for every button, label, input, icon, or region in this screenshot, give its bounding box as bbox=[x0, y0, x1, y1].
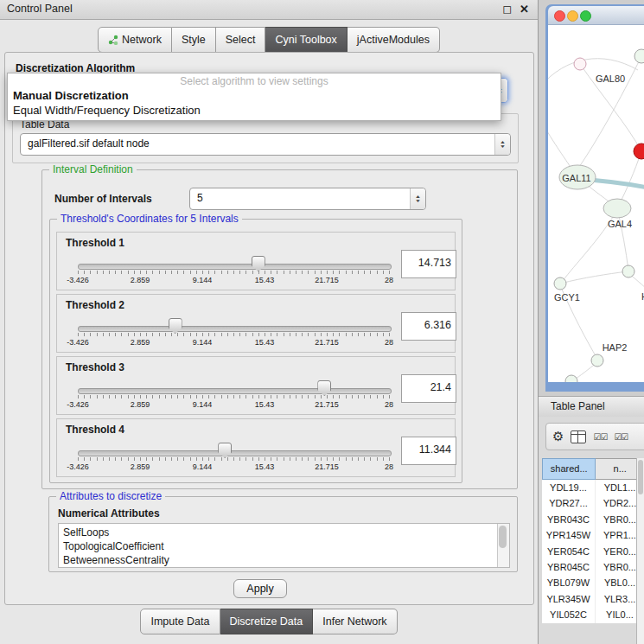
slider-track[interactable] bbox=[78, 326, 392, 332]
list-scrollbar-thumb[interactable] bbox=[499, 526, 507, 548]
network-node[interactable] bbox=[554, 277, 566, 290]
table-cell: YDL19... bbox=[542, 480, 596, 495]
threshold-value-field[interactable]: 6.316 bbox=[401, 312, 456, 341]
combo-stepper[interactable]: ▲ ▼ bbox=[494, 134, 510, 155]
tab-label: Cyni Toolbox bbox=[275, 34, 336, 46]
slider-track[interactable] bbox=[78, 264, 392, 270]
bottom-tab-discretize-data[interactable]: Discretize Data bbox=[220, 609, 314, 634]
slider-scale-label: -3.426 bbox=[67, 276, 89, 284]
number-of-intervals-value: 5 bbox=[197, 188, 203, 207]
network-edge[interactable] bbox=[548, 127, 572, 170]
slider-scale-label: -3.426 bbox=[67, 338, 89, 347]
list-scrollbar[interactable] bbox=[497, 524, 509, 567]
attribute-items: SelfLoopsTopologicalCoefficientBetweenne… bbox=[59, 524, 509, 567]
combo-stepper[interactable]: ▲ ▼ bbox=[410, 188, 425, 209]
table-data-value: galFiltered.sif default node bbox=[28, 134, 150, 153]
attribute-item[interactable]: TopologicalCoefficient bbox=[59, 539, 509, 553]
slider-scale-label: 21.715 bbox=[315, 400, 339, 409]
slider-track[interactable] bbox=[78, 388, 392, 394]
algorithm-option[interactable]: Manual Discretization bbox=[8, 88, 501, 103]
tab-style[interactable]: Style bbox=[172, 27, 216, 53]
table-row[interactable]: YBL079WYBL0... bbox=[542, 575, 644, 590]
network-view-window: GAL80GAL11GAL4GCY1HAP2H bbox=[545, 4, 644, 392]
algorithm-option[interactable]: Equal Width/Frequency Discretization bbox=[8, 103, 501, 118]
deselect-all-icon[interactable]: ☑☑ bbox=[614, 432, 628, 442]
table-row[interactable]: YBR043CYBR0... bbox=[542, 512, 644, 527]
attribute-item[interactable]: SelfLoops bbox=[59, 526, 509, 539]
table-cell: YPR145W bbox=[542, 527, 596, 543]
bottom-tab-infer-network[interactable]: Infer Network bbox=[313, 609, 397, 634]
attribute-item[interactable]: BetweennessCentrality bbox=[59, 553, 509, 567]
selected-network-node[interactable] bbox=[634, 143, 644, 159]
table-row[interactable]: YIL052CYIL0... bbox=[542, 607, 644, 622]
slider-scale-label: 15.43 bbox=[255, 400, 275, 409]
slider-scale-label: 28 bbox=[385, 276, 393, 284]
window-title: Control Panel bbox=[7, 3, 73, 15]
slider-scale-label: 2.859 bbox=[131, 338, 150, 347]
network-edge[interactable] bbox=[560, 271, 628, 284]
slider-track[interactable] bbox=[78, 450, 392, 456]
gear-icon[interactable]: ⚙ bbox=[552, 429, 564, 444]
tab-jactivemodules[interactable]: jActiveModules bbox=[348, 27, 440, 53]
tab-network[interactable]: Network bbox=[98, 27, 172, 53]
table-panel-body: ⚙ ☑☑ ☑☑ shared...n... YDL19...YDL1...YDR… bbox=[539, 417, 644, 644]
tab-label: Select bbox=[226, 34, 256, 46]
table-scrollbar-thumb[interactable] bbox=[638, 460, 643, 494]
zoom-traffic-light-icon[interactable] bbox=[580, 10, 591, 22]
threshold-row: Threshold 2-3.4262.8599.14415.4321.71528… bbox=[56, 294, 456, 353]
table-row[interactable]: YDL19...YDL1... bbox=[542, 480, 644, 495]
tab-select[interactable]: Select bbox=[216, 27, 266, 53]
table-header-row: shared...n... bbox=[542, 458, 644, 480]
table-row[interactable]: YLR345WYLR3... bbox=[542, 591, 644, 607]
column-header[interactable]: shared... bbox=[542, 458, 596, 480]
network-node[interactable] bbox=[565, 375, 577, 382]
network-canvas[interactable]: GAL80GAL11GAL4GCY1HAP2H bbox=[548, 25, 644, 382]
minimize-traffic-light-icon[interactable] bbox=[567, 10, 578, 22]
close-traffic-light-icon[interactable] bbox=[554, 10, 565, 22]
threshold-row: Threshold 3-3.4262.8599.14415.4321.71528… bbox=[56, 356, 456, 415]
table-row[interactable]: YBR045CYBR0... bbox=[542, 559, 644, 575]
control-panel-titlebar[interactable]: Control Panel ◻ ✕ bbox=[0, 0, 538, 20]
number-of-intervals-combobox[interactable]: 5 ▲ ▼ bbox=[189, 188, 426, 210]
network-node[interactable] bbox=[591, 354, 603, 367]
table-row[interactable]: YDR27...YDR2... bbox=[542, 495, 644, 511]
threshold-row: Threshold 1-3.4262.8599.14415.4321.71528… bbox=[56, 232, 456, 290]
table-row[interactable]: YER054CYER0... bbox=[542, 544, 644, 559]
apply-button[interactable]: Apply bbox=[233, 579, 287, 598]
table-panel-header[interactable]: Table Panel bbox=[539, 396, 644, 418]
slider-scale-label: 15.43 bbox=[255, 462, 275, 471]
slider-scale-label: 2.859 bbox=[131, 400, 150, 409]
bottom-tab-impute-data[interactable]: Impute Data bbox=[140, 609, 220, 634]
threshold-value-field[interactable]: 11.344 bbox=[401, 437, 456, 465]
number-of-intervals-label: Number of Intervals bbox=[54, 193, 152, 205]
table-cell: YER054C bbox=[542, 544, 596, 559]
table-cell: YBL079W bbox=[542, 575, 596, 590]
columns-icon[interactable] bbox=[571, 430, 586, 443]
table-row[interactable]: YPR145WYPR1... bbox=[542, 527, 644, 543]
table-toolbar: ⚙ ☑☑ ☑☑ bbox=[545, 423, 644, 450]
close-window-icon[interactable]: ✕ bbox=[520, 3, 529, 16]
table-scrollbar[interactable] bbox=[636, 458, 644, 644]
float-window-icon[interactable]: ◻ bbox=[502, 3, 512, 16]
select-all-icon[interactable]: ☑☑ bbox=[593, 432, 607, 442]
algorithm-placeholder-option[interactable]: Select algorithm to view settings bbox=[8, 75, 501, 88]
network-node[interactable] bbox=[603, 199, 631, 218]
table-cell: YBR043C bbox=[542, 512, 596, 527]
network-node[interactable] bbox=[574, 58, 586, 70]
threshold-value-field[interactable]: 14.713 bbox=[401, 250, 456, 278]
network-node[interactable] bbox=[622, 265, 634, 277]
slider-scale-label: 9.144 bbox=[193, 338, 213, 347]
table-cell: YLR345W bbox=[542, 591, 596, 607]
network-node[interactable] bbox=[634, 49, 644, 63]
network-node-label: GAL11 bbox=[562, 173, 590, 183]
numerical-attributes-list[interactable]: SelfLoopsTopologicalCoefficientBetweenne… bbox=[58, 523, 510, 568]
threshold-value-field[interactable]: 21.4 bbox=[401, 374, 456, 403]
threshold-rows: Threshold 1-3.4262.8599.14415.4321.71528… bbox=[56, 232, 456, 481]
network-graph[interactable]: GAL80GAL11GAL4GCY1HAP2H bbox=[548, 25, 644, 382]
table-data-combobox[interactable]: galFiltered.sif default node ▲ ▼ bbox=[20, 133, 511, 156]
tab-cyni-toolbox[interactable]: Cyni Toolbox bbox=[265, 27, 347, 53]
network-window-titlebar[interactable] bbox=[548, 6, 644, 25]
table-cell: YIL052C bbox=[542, 607, 596, 622]
attributes-group: Attributes to discretize Numerical Attri… bbox=[48, 496, 518, 572]
bottom-tab-bar: Impute DataDiscretize DataInfer Network bbox=[0, 609, 538, 634]
